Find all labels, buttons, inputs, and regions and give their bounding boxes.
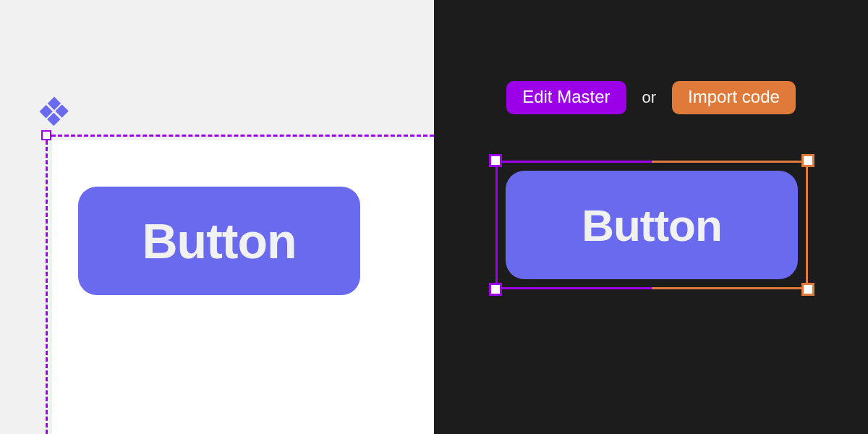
resize-handle-bottom-left[interactable] [489, 283, 502, 296]
selection-edge-top-r [652, 161, 808, 163]
edit-master-button[interactable]: Edit Master [506, 81, 626, 114]
selection-edge-top-l [495, 161, 652, 163]
master-button-component[interactable]: Button [78, 187, 360, 295]
or-separator: or [642, 88, 657, 107]
resize-handle-top-left[interactable] [489, 154, 502, 167]
selection-edge-left [495, 161, 498, 289]
edit-master-label: Edit Master [522, 87, 610, 106]
import-code-label: Import code [688, 87, 780, 106]
selection-edge-bot-r [652, 287, 808, 289]
resize-handle-bottom-right[interactable] [801, 283, 814, 296]
frame-edge-top [51, 135, 434, 137]
instance-button-component[interactable]: Button [506, 171, 798, 279]
resize-handle-top-right[interactable] [801, 154, 814, 167]
instance-panel: Edit Master or Import code Button [434, 0, 868, 434]
instance-button-label: Button [582, 200, 722, 251]
component-diamond-icon [39, 97, 69, 127]
import-code-button[interactable]: Import code [672, 81, 796, 114]
split-view: Button Edit Master or Import code Button [0, 0, 868, 434]
master-button-label: Button [142, 213, 296, 269]
frame-corner-handle[interactable] [41, 130, 51, 140]
frame-edge-left [46, 140, 48, 434]
selection-edge-bot-l [495, 287, 652, 289]
selected-instance[interactable]: Button [495, 161, 808, 289]
action-row: Edit Master or Import code [434, 81, 868, 114]
selection-edge-right [806, 161, 808, 289]
design-canvas-panel: Button [0, 0, 434, 434]
